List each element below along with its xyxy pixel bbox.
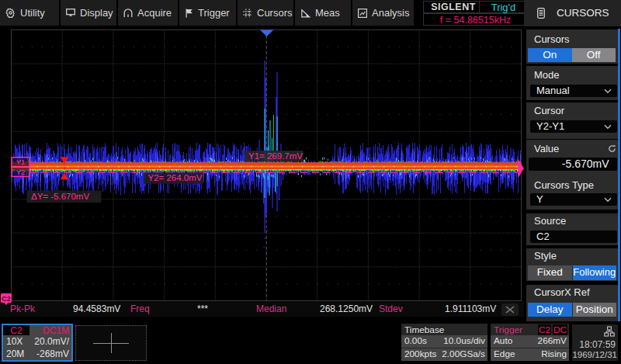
svg-text:Y2: Y2 [16,168,26,176]
svg-text:C2: C2 [2,295,11,303]
svg-text:Y1= 269.7mV: Y1= 269.7mV [248,151,303,161]
svg-text:Y1: Y1 [16,158,26,166]
svg-text:Y2= 264.0mV: Y2= 264.0mV [148,173,203,182]
svg-text:ΔY= -5.670mV: ΔY= -5.670mV [31,192,89,201]
